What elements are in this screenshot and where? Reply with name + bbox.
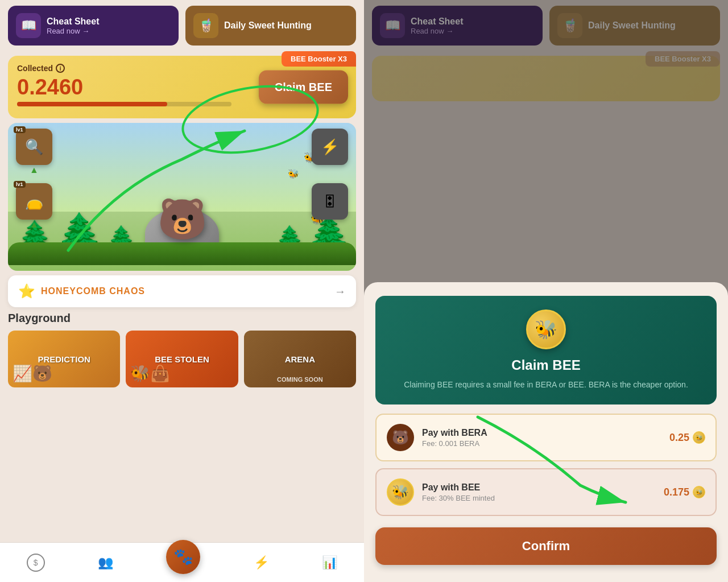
sweet-hunting-banner[interactable]: 🧋 Daily Sweet Hunting	[185, 6, 356, 46]
nav-chart[interactable]: 📊	[322, 555, 337, 570]
info-icon: i	[56, 64, 65, 73]
claim-modal: 🐝 Claim BEE Claiming BEE requires a smal…	[364, 282, 728, 582]
claim-modal-title: Claim BEE	[387, 357, 705, 373]
flash-icon: ⚡	[254, 555, 269, 570]
game-scene: 🌲 🌲 🌲 🌲 🌲 🐻 🐝 🐝 🐝 lv1 🔍 ▲ lv1 👝 ▲	[8, 123, 356, 271]
claim-bee-button[interactable]: Claim BEE	[259, 71, 348, 104]
claim-info-box: 🐝 Claim BEE Claiming BEE requires a smal…	[375, 296, 717, 404]
nav-paw[interactable]: 🐾	[166, 540, 200, 574]
cheat-sheet-sub: Read now →	[47, 27, 99, 35]
lines-tool[interactable]: 🎛	[312, 183, 348, 220]
bottom-nav: $ 👥 🐾 ⚡ 📊	[0, 542, 364, 582]
sweet-hunting-text: Daily Sweet Hunting	[224, 20, 312, 31]
nav-flash[interactable]: ⚡	[254, 555, 269, 570]
friends-icon: 👥	[98, 555, 113, 570]
bera-amount: 0.25 🐝	[669, 431, 705, 444]
bee-amount: 0.175 🐝	[664, 486, 705, 498]
cheat-sheet-text: Cheat Sheet Read now →	[47, 16, 99, 35]
sweet-hunting-icon: 🧋	[193, 13, 218, 38]
sweet-hunting-title: Daily Sweet Hunting	[224, 20, 312, 31]
confirm-button[interactable]: Confirm	[375, 527, 717, 565]
progress-fill	[17, 102, 167, 106]
arena-label: ARENA	[285, 354, 315, 364]
claim-modal-desc: Claiming BEE requires a small fee in BER…	[387, 379, 705, 391]
bera-info: Pay with BERA Fee: 0.001 BERA	[422, 428, 661, 448]
honeycomb-left: ⭐ HONEYCOMB CHAOS	[18, 283, 145, 299]
bee-booster-badge: BEE Booster X3	[282, 51, 356, 67]
bera-title: Pay with BERA	[422, 428, 661, 438]
cheat-sheet-banner[interactable]: 📖 Cheat Sheet Read now →	[8, 6, 179, 46]
playground-cards: PREDICTION 📈🐻 BEE STOLEN 🐝👜 ARENA Coming…	[8, 331, 356, 387]
bee-stolen-label: BEE STOLEN	[155, 354, 209, 364]
collected-area: BEE Booster X3 Collected i 0.2460 Claim …	[8, 56, 356, 118]
bera-coin-icon: 🐝	[693, 431, 705, 444]
bee-coin-icon: 🐝	[526, 309, 566, 349]
chart-icon: 📊	[322, 555, 337, 570]
playground-section: Playground PREDICTION 📈🐻 BEE STOLEN 🐝👜 A…	[8, 312, 356, 387]
lv-badge-bag: lv1	[14, 181, 26, 188]
honeycomb-chaos-button[interactable]: ⭐ HONEYCOMB CHAOS →	[8, 275, 356, 307]
pay-bera-option[interactable]: 🐻 Pay with BERA Fee: 0.001 BERA 0.25 🐝	[375, 414, 717, 461]
lv-badge: lv1	[14, 126, 26, 133]
cheat-sheet-title: Cheat Sheet	[47, 16, 99, 27]
bera-icon: 🐻	[387, 424, 414, 451]
nav-dollar[interactable]: $	[27, 554, 45, 572]
upgrade-arrow: ▲	[30, 165, 39, 175]
honeycomb-arrow: →	[334, 285, 346, 298]
claim-modal-backdrop: 🐝 Claim BEE Claiming BEE requires a smal…	[364, 0, 728, 582]
prediction-card[interactable]: PREDICTION 📈🐻	[8, 331, 120, 387]
progress-bar	[17, 102, 231, 106]
coming-soon-label: Coming soon	[277, 376, 323, 383]
star-icon: ⭐	[18, 283, 35, 299]
bee-coin-small: 🐝	[693, 486, 705, 498]
dollar-icon: $	[27, 554, 45, 572]
magnify-tool[interactable]: lv1 🔍 ▲	[16, 129, 52, 165]
left-panel: 📖 Cheat Sheet Read now → 🧋 Daily Sweet H…	[0, 0, 364, 582]
bee-title: Pay with BEE	[422, 482, 656, 493]
bear-character: 🐻	[158, 196, 207, 242]
prediction-label: PREDICTION	[38, 354, 90, 364]
bee-fee: Fee: 30% BEE minted	[422, 494, 656, 502]
bee-info: Pay with BEE Fee: 30% BEE minted	[422, 482, 656, 502]
honeycomb-text: HONEYCOMB CHAOS	[41, 286, 145, 296]
bee-stolen-card[interactable]: BEE STOLEN 🐝👜	[126, 331, 238, 387]
top-banners: 📖 Cheat Sheet Read now → 🧋 Daily Sweet H…	[0, 0, 364, 51]
playground-title: Playground	[8, 312, 356, 325]
nav-friends[interactable]: 👥	[98, 555, 113, 570]
bag-tool[interactable]: lv1 👝 ▲	[16, 183, 52, 220]
right-panel: 📖 Cheat Sheet Read now → 🧋 Daily Sweet H…	[364, 0, 728, 582]
cheat-sheet-icon: 📖	[16, 13, 41, 38]
bee-pay-icon: 🐝	[387, 478, 414, 506]
bag-upgrade-arrow: ▲	[30, 220, 39, 230]
pay-bee-option[interactable]: 🐝 Pay with BEE Fee: 30% BEE minted 0.175…	[375, 468, 717, 516]
lightning-tool[interactable]: ⚡	[312, 129, 348, 165]
ground	[8, 242, 356, 265]
paw-icon: 🐾	[173, 547, 193, 566]
arena-card[interactable]: ARENA Coming soon	[244, 331, 356, 387]
bera-fee: Fee: 0.001 BERA	[422, 439, 661, 448]
